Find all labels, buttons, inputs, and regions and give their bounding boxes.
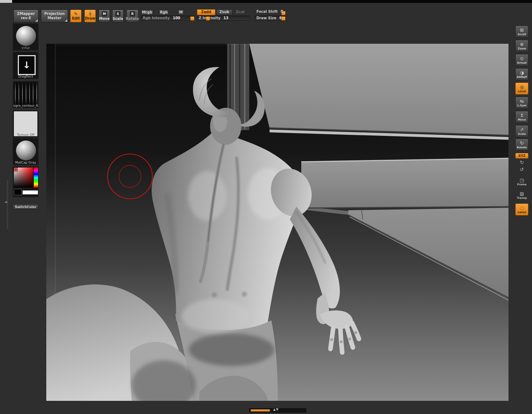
draw-size-slider[interactable]: Draw Size 64 xyxy=(255,16,286,21)
frame-button[interactable]: ◳ Frame xyxy=(515,176,528,188)
titlebar-fragment xyxy=(0,0,12,3)
alpha-label: ogre_centaur_6 xyxy=(13,104,38,107)
frame-icon: ◳ xyxy=(520,178,524,183)
actual-button[interactable]: ⊙ Actual xyxy=(515,54,528,66)
draw-icon: ┼ xyxy=(89,12,91,16)
texture-selector[interactable]: Texture Off xyxy=(13,110,38,137)
rotate-button[interactable]: R Rotate xyxy=(126,10,139,22)
alpha-selector[interactable]: ogre_centaur_6 xyxy=(13,81,38,108)
rotate-ccw-button[interactable]: ↺ xyxy=(515,166,528,173)
focal-shift-label: Focal Shift xyxy=(256,10,278,14)
edit-icon: ✎ xyxy=(74,12,78,16)
xyz-button[interactable]: XYZ xyxy=(515,153,528,159)
focal-shift-nub[interactable] xyxy=(281,11,286,15)
switch-color-button[interactable]: SwitchColor xyxy=(13,204,38,209)
canvas-horizontal-scrollbar[interactable]: ▲▼ xyxy=(249,408,306,413)
rgb-button[interactable]: Rgb xyxy=(159,10,169,15)
zcut-button[interactable]: Zcut xyxy=(236,10,249,15)
focal-shift-slider[interactable]: Focal Shift 0 xyxy=(255,9,286,14)
rotate-ccw-icon: ↺ xyxy=(520,167,524,172)
zoom-button[interactable]: ⊕ Zoom xyxy=(515,40,528,52)
edit-button[interactable]: ✎ Edit xyxy=(70,10,82,22)
brush-selector[interactable]: Inflat xyxy=(13,23,38,51)
corner-fold-icon xyxy=(65,19,67,22)
stroke-label: DragRect xyxy=(13,75,38,78)
material-selector[interactable]: MatCap Gray xyxy=(13,138,38,165)
secondary-color-swatch[interactable] xyxy=(14,189,22,195)
material-label: MatCap Gray xyxy=(13,161,38,164)
move-hand-icon: ↕ xyxy=(520,113,524,118)
rotate-cw-icon: ↻ xyxy=(520,160,524,165)
lsym-button[interactable]: ⇆ L.Sym xyxy=(515,97,528,109)
brush-preview-sphere xyxy=(16,26,36,46)
brush-label: Inflat xyxy=(13,46,38,50)
draw-label: Draw xyxy=(85,16,95,21)
lasso-button[interactable]: ◌ Lasso xyxy=(515,203,528,216)
draw-button[interactable]: ┼ Draw xyxy=(84,10,96,22)
alpha-texture-fade xyxy=(14,82,37,105)
sculpt-viewport[interactable] xyxy=(46,44,508,401)
move-view-button[interactable]: ↕ Move xyxy=(515,111,528,123)
draw-size-label: Draw Size xyxy=(256,16,276,20)
scroll-icon: ⊞ xyxy=(520,28,524,33)
dragrect-arrow-icon: ↓ xyxy=(18,55,36,75)
hue-bar[interactable] xyxy=(34,168,38,187)
lsym-icon: ⇆ xyxy=(520,99,524,104)
panel-expand-arrow[interactable]: ◄ xyxy=(4,200,7,204)
transp-icon: ▨ xyxy=(520,191,524,196)
aahalf-icon: ◑ xyxy=(520,70,524,75)
move-label: Move xyxy=(99,17,110,21)
texture-preview xyxy=(14,111,37,136)
rotate-cw-button[interactable]: ↻ xyxy=(515,159,528,166)
z-intensity-slider[interactable]: Z Intensity 13 xyxy=(197,16,250,21)
zoom-icon: ⊕ xyxy=(520,42,524,47)
zmapper-label-2: rev-E xyxy=(21,16,31,20)
scroll-button[interactable]: ⊞ Scroll xyxy=(515,26,528,38)
scale-label: Scale xyxy=(113,17,123,21)
stroke-selector[interactable]: ↓ DragRect xyxy=(13,52,38,79)
move-badge-icon: M xyxy=(102,11,107,16)
scroll-down-icon[interactable]: ▼ xyxy=(276,408,279,411)
projection-label-1: Projection xyxy=(44,12,64,16)
rotate-label: Rotate xyxy=(126,17,139,21)
scale-badge-icon: S xyxy=(115,11,120,16)
edit-label: Edit xyxy=(72,16,80,21)
scale-button[interactable]: S Scale xyxy=(112,10,124,22)
mrgb-button[interactable]: Mrgb xyxy=(141,10,153,15)
texture-label: Texture Off xyxy=(13,133,38,137)
color-picker[interactable] xyxy=(13,166,38,197)
m-button[interactable]: M xyxy=(178,10,184,15)
transp-button[interactable]: ▨ Transp xyxy=(515,189,528,201)
zadd-button[interactable]: Zadd xyxy=(197,9,215,15)
titlebar-strip xyxy=(0,0,532,3)
draw-size-nub[interactable] xyxy=(281,16,286,21)
z-intensity-nub[interactable] xyxy=(206,16,210,21)
projection-label-2: Master xyxy=(47,16,61,20)
projection-master-button[interactable]: Projection Master xyxy=(41,10,68,22)
left-edge-scrollbar[interactable] xyxy=(7,180,8,229)
primary-color-swatch[interactable] xyxy=(22,190,38,195)
zmapper-button[interactable]: ZMapper rev-E xyxy=(14,10,38,22)
zsub-button[interactable]: Zsub xyxy=(216,9,233,15)
scrollbar-handle[interactable] xyxy=(251,409,270,412)
rotate-view-button[interactable]: ↻ Rotate xyxy=(515,139,528,151)
scale-view-button[interactable]: ⇗ Scale xyxy=(515,125,528,137)
material-preview-sphere xyxy=(16,140,36,160)
scroll-up-icon[interactable]: ▲ xyxy=(273,408,276,411)
actual-size-icon: ⊙ xyxy=(520,56,524,61)
rgb-intensity-slider[interactable]: Rgb Intensity 100 xyxy=(141,16,194,21)
move-button[interactable]: M Move xyxy=(99,10,110,22)
rotate-badge-icon: R xyxy=(130,11,135,16)
zmapper-label-1: ZMapper xyxy=(17,12,35,16)
rgb-intensity-value: 100 xyxy=(173,16,180,20)
aahalf-button[interactable]: ◑ AAHalf xyxy=(515,68,528,80)
scale-view-icon: ⇗ xyxy=(520,127,524,132)
rgb-intensity-label: Rgb Intensity xyxy=(143,16,170,20)
rotate-view-icon: ↻ xyxy=(520,141,524,146)
color-selector-handle[interactable] xyxy=(14,168,17,171)
local-icon: ◎ xyxy=(520,85,524,90)
zbrush-window: ZMapper rev-E Projection Master ✎ Edit ┼… xyxy=(0,0,532,414)
local-button[interactable]: ◎ Local xyxy=(515,83,528,95)
rgb-intensity-nub[interactable] xyxy=(190,16,194,21)
z-intensity-value: 13 xyxy=(223,16,228,20)
